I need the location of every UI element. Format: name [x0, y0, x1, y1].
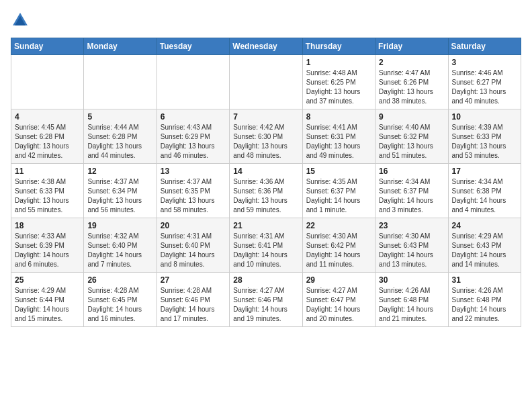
col-thursday: Thursday: [302, 38, 375, 55]
calendar-cell: 12Sunrise: 4:37 AMSunset: 6:34 PMDayligh…: [84, 164, 157, 218]
calendar-cell: 21Sunrise: 4:31 AMSunset: 6:41 PMDayligh…: [230, 218, 302, 273]
col-sunday: Sunday: [11, 38, 84, 55]
day-info: Sunrise: 4:37 AMSunset: 6:35 PMDaylight:…: [161, 177, 226, 215]
day-number: 28: [233, 275, 298, 285]
col-saturday: Saturday: [448, 38, 521, 55]
calendar-cell: [11, 55, 84, 109]
col-tuesday: Tuesday: [157, 38, 229, 55]
day-info: Sunrise: 4:31 AMSunset: 6:41 PMDaylight:…: [233, 232, 298, 269]
calendar-table: Sunday Monday Tuesday Wednesday Thursday…: [11, 38, 521, 327]
calendar-cell: 9Sunrise: 4:40 AMSunset: 6:32 PMDaylight…: [375, 109, 448, 164]
day-info: Sunrise: 4:46 AMSunset: 6:27 PMDaylight:…: [452, 68, 517, 106]
day-info: Sunrise: 4:28 AMSunset: 6:45 PMDaylight:…: [87, 286, 152, 324]
day-number: 25: [15, 275, 80, 285]
day-number: 11: [15, 167, 80, 176]
calendar-cell: 22Sunrise: 4:30 AMSunset: 6:42 PMDayligh…: [302, 218, 375, 273]
calendar-cell: 1Sunrise: 4:48 AMSunset: 6:25 PMDaylight…: [302, 55, 375, 109]
calendar-body: 1Sunrise: 4:48 AMSunset: 6:25 PMDaylight…: [11, 55, 521, 327]
calendar-week-2: 4Sunrise: 4:45 AMSunset: 6:28 PMDaylight…: [11, 109, 521, 164]
calendar-cell: 16Sunrise: 4:34 AMSunset: 6:37 PMDayligh…: [375, 164, 448, 218]
calendar-week-3: 11Sunrise: 4:38 AMSunset: 6:33 PMDayligh…: [11, 164, 521, 218]
day-number: 31: [452, 275, 517, 285]
calendar-cell: 6Sunrise: 4:43 AMSunset: 6:29 PMDaylight…: [157, 109, 229, 164]
calendar-week-4: 18Sunrise: 4:33 AMSunset: 6:39 PMDayligh…: [11, 218, 521, 273]
day-number: 15: [306, 167, 371, 176]
calendar-header: Sunday Monday Tuesday Wednesday Thursday…: [11, 38, 521, 55]
header-row: Sunday Monday Tuesday Wednesday Thursday…: [11, 38, 521, 55]
day-info: Sunrise: 4:41 AMSunset: 6:31 PMDaylight:…: [306, 123, 371, 161]
day-number: 6: [161, 112, 226, 122]
day-info: Sunrise: 4:36 AMSunset: 6:36 PMDaylight:…: [233, 177, 298, 215]
day-info: Sunrise: 4:48 AMSunset: 6:25 PMDaylight:…: [306, 68, 371, 106]
logo: [11, 11, 32, 30]
day-info: Sunrise: 4:29 AMSunset: 6:44 PMDaylight:…: [15, 286, 80, 324]
day-number: 19: [87, 221, 152, 230]
calendar-cell: 27Sunrise: 4:28 AMSunset: 6:46 PMDayligh…: [157, 273, 229, 327]
day-info: Sunrise: 4:27 AMSunset: 6:46 PMDaylight:…: [233, 286, 298, 324]
calendar-cell: 18Sunrise: 4:33 AMSunset: 6:39 PMDayligh…: [11, 218, 84, 273]
calendar-cell: 28Sunrise: 4:27 AMSunset: 6:46 PMDayligh…: [230, 273, 302, 327]
day-info: Sunrise: 4:38 AMSunset: 6:33 PMDaylight:…: [15, 177, 80, 215]
calendar-cell: 13Sunrise: 4:37 AMSunset: 6:35 PMDayligh…: [157, 164, 229, 218]
calendar-cell: 5Sunrise: 4:44 AMSunset: 6:28 PMDaylight…: [84, 109, 157, 164]
calendar-cell: 30Sunrise: 4:26 AMSunset: 6:48 PMDayligh…: [375, 273, 448, 327]
calendar-week-5: 25Sunrise: 4:29 AMSunset: 6:44 PMDayligh…: [11, 273, 521, 327]
calendar-cell: 14Sunrise: 4:36 AMSunset: 6:36 PMDayligh…: [230, 164, 302, 218]
day-number: 3: [452, 58, 517, 67]
calendar-week-1: 1Sunrise: 4:48 AMSunset: 6:25 PMDaylight…: [11, 55, 521, 109]
day-number: 20: [161, 221, 226, 230]
calendar-cell: 24Sunrise: 4:29 AMSunset: 6:43 PMDayligh…: [448, 218, 521, 273]
calendar-cell: 26Sunrise: 4:28 AMSunset: 6:45 PMDayligh…: [84, 273, 157, 327]
day-number: 21: [233, 221, 298, 230]
day-info: Sunrise: 4:29 AMSunset: 6:43 PMDaylight:…: [452, 232, 517, 269]
day-number: 2: [379, 58, 444, 67]
day-number: 26: [87, 275, 152, 285]
day-number: 29: [306, 275, 371, 285]
day-info: Sunrise: 4:37 AMSunset: 6:34 PMDaylight:…: [87, 177, 152, 215]
col-monday: Monday: [84, 38, 157, 55]
day-number: 1: [306, 58, 371, 67]
logo-icon: [11, 11, 30, 30]
calendar-cell: 3Sunrise: 4:46 AMSunset: 6:27 PMDaylight…: [448, 55, 521, 109]
day-info: Sunrise: 4:35 AMSunset: 6:37 PMDaylight:…: [306, 177, 371, 215]
calendar-cell: 19Sunrise: 4:32 AMSunset: 6:40 PMDayligh…: [84, 218, 157, 273]
day-info: Sunrise: 4:32 AMSunset: 6:40 PMDaylight:…: [87, 232, 152, 269]
day-number: 23: [379, 221, 444, 230]
calendar-cell: [157, 55, 229, 109]
day-number: 8: [306, 112, 371, 122]
day-number: 7: [233, 112, 298, 122]
calendar-cell: 10Sunrise: 4:39 AMSunset: 6:33 PMDayligh…: [448, 109, 521, 164]
day-info: Sunrise: 4:45 AMSunset: 6:28 PMDaylight:…: [15, 123, 80, 161]
day-number: 17: [452, 167, 517, 176]
day-info: Sunrise: 4:34 AMSunset: 6:38 PMDaylight:…: [452, 177, 517, 215]
calendar-cell: 31Sunrise: 4:26 AMSunset: 6:48 PMDayligh…: [448, 273, 521, 327]
day-info: Sunrise: 4:47 AMSunset: 6:26 PMDaylight:…: [379, 68, 444, 106]
calendar-cell: [84, 55, 157, 109]
day-number: 9: [379, 112, 444, 122]
calendar-cell: 25Sunrise: 4:29 AMSunset: 6:44 PMDayligh…: [11, 273, 84, 327]
day-info: Sunrise: 4:43 AMSunset: 6:29 PMDaylight:…: [161, 123, 226, 161]
day-info: Sunrise: 4:39 AMSunset: 6:33 PMDaylight:…: [452, 123, 517, 161]
calendar-cell: 11Sunrise: 4:38 AMSunset: 6:33 PMDayligh…: [11, 164, 84, 218]
calendar-cell: 7Sunrise: 4:42 AMSunset: 6:30 PMDaylight…: [230, 109, 302, 164]
day-number: 4: [15, 112, 80, 122]
day-info: Sunrise: 4:27 AMSunset: 6:47 PMDaylight:…: [306, 286, 371, 324]
day-number: 24: [452, 221, 517, 230]
day-number: 22: [306, 221, 371, 230]
calendar-cell: [230, 55, 302, 109]
day-info: Sunrise: 4:44 AMSunset: 6:28 PMDaylight:…: [87, 123, 152, 161]
calendar-cell: 20Sunrise: 4:31 AMSunset: 6:40 PMDayligh…: [157, 218, 229, 273]
col-wednesday: Wednesday: [230, 38, 302, 55]
day-info: Sunrise: 4:30 AMSunset: 6:43 PMDaylight:…: [379, 232, 444, 269]
day-info: Sunrise: 4:40 AMSunset: 6:32 PMDaylight:…: [379, 123, 444, 161]
day-info: Sunrise: 4:28 AMSunset: 6:46 PMDaylight:…: [161, 286, 226, 324]
day-number: 27: [161, 275, 226, 285]
page-header: [11, 11, 521, 30]
calendar-cell: 29Sunrise: 4:27 AMSunset: 6:47 PMDayligh…: [302, 273, 375, 327]
day-info: Sunrise: 4:26 AMSunset: 6:48 PMDaylight:…: [452, 286, 517, 324]
day-info: Sunrise: 4:30 AMSunset: 6:42 PMDaylight:…: [306, 232, 371, 269]
day-info: Sunrise: 4:33 AMSunset: 6:39 PMDaylight:…: [15, 232, 80, 269]
day-info: Sunrise: 4:34 AMSunset: 6:37 PMDaylight:…: [379, 177, 444, 215]
calendar-cell: 4Sunrise: 4:45 AMSunset: 6:28 PMDaylight…: [11, 109, 84, 164]
calendar-cell: 15Sunrise: 4:35 AMSunset: 6:37 PMDayligh…: [302, 164, 375, 218]
